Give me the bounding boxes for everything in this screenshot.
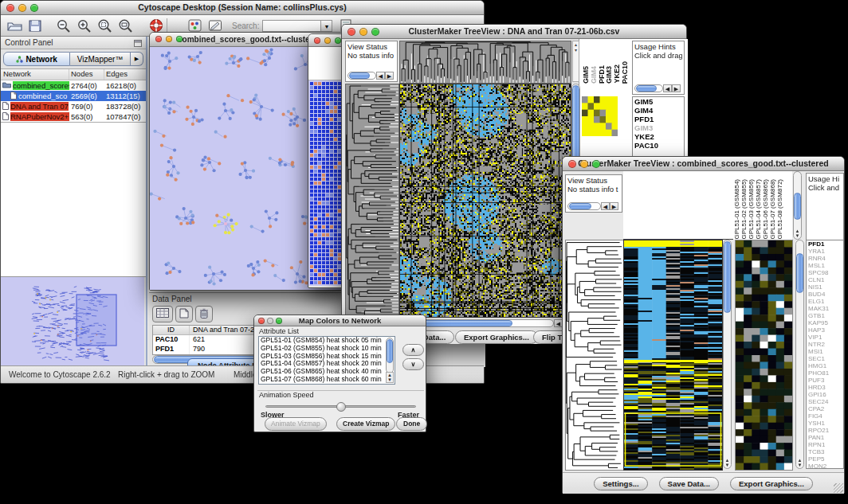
minimize-button[interactable]: [580, 160, 588, 168]
zoom-button[interactable]: [371, 28, 379, 36]
tv2-heatmap[interactable]: [623, 240, 723, 471]
create-vizmap-button[interactable]: Create Vizmap: [336, 417, 395, 431]
tv1-gene-list[interactable]: GIM5GIM4PFD1GIM3YKE2PAC10: [632, 96, 685, 160]
tv1-dendro-arrows[interactable]: ▴▾: [572, 41, 579, 82]
tab-vizmapper[interactable]: VizMapper™: [70, 52, 131, 66]
gene-list-item[interactable]: KAP95: [808, 319, 843, 326]
tv2-vscrollbar[interactable]: ▲▼: [723, 240, 732, 469]
table-row[interactable]: combined_scores2764(0)16218(0): [1, 80, 146, 91]
gene-list-item[interactable]: RNR4: [808, 255, 843, 262]
gene-list-item[interactable]: HMG1: [808, 362, 843, 369]
zoom-button[interactable]: [335, 37, 341, 44]
open-folder-icon[interactable]: [4, 16, 25, 35]
table-row[interactable]: RNAPuberNov2+!563(0)107847(0): [1, 111, 146, 122]
float-panel-icon[interactable]: [134, 36, 142, 50]
gene-list-item[interactable]: SEC1: [808, 355, 843, 362]
treeview1-titlebar[interactable]: ClusterMaker TreeView : DNA and Tran 07-…: [342, 25, 686, 39]
attribute-list-scrollbar[interactable]: [386, 338, 394, 373]
search-dropdown-arrow[interactable]: ▼: [321, 20, 332, 32]
tab-overflow-button[interactable]: ▶: [131, 52, 143, 66]
gene-list-item[interactable]: BUD4: [808, 291, 843, 298]
gene-list-item[interactable]: MON2: [808, 463, 843, 469]
tv1-button[interactable]: Export Graphics...: [455, 330, 538, 344]
gene-list-item[interactable]: GPI16: [808, 391, 843, 398]
birdseye-view[interactable]: [1, 277, 144, 372]
zoom-selected-icon[interactable]: [95, 16, 116, 35]
search-input[interactable]: [262, 20, 321, 32]
tv2-zoom-heatmap[interactable]: [735, 240, 793, 471]
gene-list-item[interactable]: ELG1: [808, 298, 843, 305]
tv2-button[interactable]: Save Data...: [659, 477, 719, 490]
tv1-column-dendrogram[interactable]: [399, 41, 571, 84]
move-up-button[interactable]: ∧: [402, 344, 424, 356]
gene-list-item[interactable]: CLN1: [808, 276, 843, 283]
zoom-button[interactable]: [176, 36, 183, 42]
gene-list-item[interactable]: MAK31: [808, 305, 843, 312]
minimize-button[interactable]: [166, 36, 172, 42]
gene-list-item[interactable]: PFD1: [808, 240, 843, 248]
tv2-row-dendrogram[interactable]: [565, 240, 624, 471]
close-button[interactable]: [347, 28, 355, 36]
resize-grip[interactable]: [834, 483, 843, 493]
table-row[interactable]: DNA and Tran 07769(0)183728(0): [1, 101, 146, 111]
minimize-button[interactable]: [324, 37, 331, 44]
gene-list-item[interactable]: PHO81: [808, 369, 843, 377]
close-button[interactable]: [258, 318, 265, 324]
gene-list-item[interactable]: HAP3: [808, 326, 843, 334]
minimize-button[interactable]: [18, 4, 26, 12]
gene-list-item[interactable]: NTR2: [808, 341, 843, 348]
delete-attribute-icon[interactable]: [195, 306, 213, 322]
id-column[interactable]: ID: [153, 326, 190, 334]
gene-list-item[interactable]: GIM4: [634, 106, 684, 115]
done-button[interactable]: Done: [396, 417, 427, 431]
treeview2-titlebar[interactable]: ClusterMaker TreeView : combined_scores_…: [563, 157, 844, 171]
animate-vizmap-button[interactable]: Animate Vizmap: [265, 417, 327, 431]
gene-list-item[interactable]: TCB3: [808, 448, 843, 455]
gene-list-item[interactable]: PAN1: [808, 434, 843, 441]
gene-list-item[interactable]: FIG4: [808, 412, 843, 420]
close-button[interactable]: [155, 36, 162, 42]
tv2-button[interactable]: Export Graphics...: [730, 477, 813, 490]
gene-list-item[interactable]: NIS1: [808, 283, 843, 291]
tv2-gene-list[interactable]: PFD1YRA1RNR4MSL1SPC98CLN1NIS1BUD4ELG1MAK…: [806, 240, 844, 469]
minimize-button[interactable]: [359, 28, 367, 36]
tv1-hints-scrollbar[interactable]: ◀▶: [634, 84, 681, 92]
main-titlebar[interactable]: Cytoscape Desktop (Session Name: collins…: [1, 1, 484, 15]
zoom-button[interactable]: [276, 318, 282, 324]
gene-list-item[interactable]: GTB1: [808, 312, 843, 319]
close-button[interactable]: [568, 160, 576, 168]
tv2-header-vscrollbar[interactable]: ▲▼: [793, 171, 802, 240]
new-attribute-icon[interactable]: [175, 306, 193, 322]
gene-list-item[interactable]: HRD3: [808, 384, 843, 391]
gene-list-item[interactable]: VIP1: [808, 334, 843, 341]
move-down-button[interactable]: ∨: [402, 358, 424, 370]
gene-list-item[interactable]: RPN1: [808, 441, 843, 448]
gene-list-item[interactable]: GIM3: [634, 123, 684, 132]
gene-list-item[interactable]: MSI1: [808, 348, 843, 355]
tv1-row-dendrogram[interactable]: [345, 84, 399, 318]
attribute-list-item[interactable]: GPL51-07 (GSM868) heat shock 60 min: [261, 376, 395, 384]
save-icon[interactable]: [25, 16, 45, 35]
col-edges[interactable]: Edges: [104, 69, 146, 80]
tv2-status-scrollbar[interactable]: ◀▶: [567, 202, 618, 210]
gene-list-item[interactable]: PEP5: [808, 455, 843, 463]
gene-list-item[interactable]: RPO21: [808, 427, 843, 434]
gene-list-item[interactable]: SPC98: [808, 269, 843, 276]
tv1-status-scrollbar[interactable]: ◀▶: [347, 72, 394, 80]
col-network[interactable]: Network: [1, 69, 69, 80]
gene-list-item[interactable]: PFD1: [634, 115, 684, 123]
zoom-fit-icon[interactable]: [116, 16, 136, 35]
gene-list-item[interactable]: SEC24: [808, 398, 843, 405]
tab-network[interactable]: Network: [3, 52, 70, 66]
close-button[interactable]: [6, 4, 14, 12]
attribute-list[interactable]: GPL51-01 (GSM854) heat shock 05 minGPL51…: [258, 336, 395, 385]
tv1-heatmap[interactable]: [399, 84, 571, 318]
zoom-in-icon[interactable]: [74, 16, 95, 35]
gene-list-item[interactable]: MSL1: [808, 262, 843, 269]
gene-list-item[interactable]: CPA2: [808, 405, 843, 412]
gene-list-item[interactable]: YSH1: [808, 420, 843, 427]
dialog-titlebar[interactable]: Map Colors to Network: [254, 315, 426, 326]
tv2-zoom-vscrollbar[interactable]: ▲▼: [795, 240, 804, 469]
zoom-out-icon[interactable]: [53, 16, 74, 35]
zoom-button[interactable]: [30, 4, 38, 12]
